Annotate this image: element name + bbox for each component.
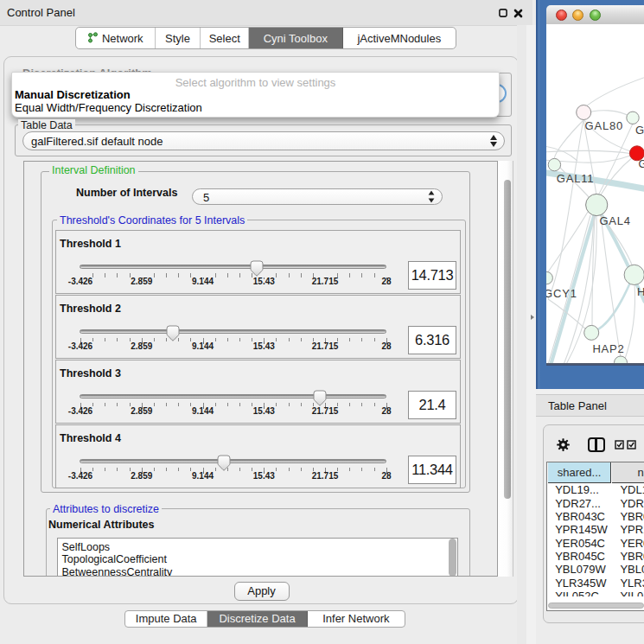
svg-text:GAL4: GAL4 (599, 214, 630, 227)
svg-text:GCY1: GCY1 (546, 286, 577, 299)
svg-text:H: H (637, 285, 644, 298)
svg-text:G.: G. (635, 123, 644, 136)
svg-text:HAP2: HAP2 (592, 341, 624, 354)
svg-text:G: G (639, 157, 644, 170)
svg-text:GAL11: GAL11 (557, 171, 595, 184)
svg-text:GAL80: GAL80 (585, 119, 623, 132)
